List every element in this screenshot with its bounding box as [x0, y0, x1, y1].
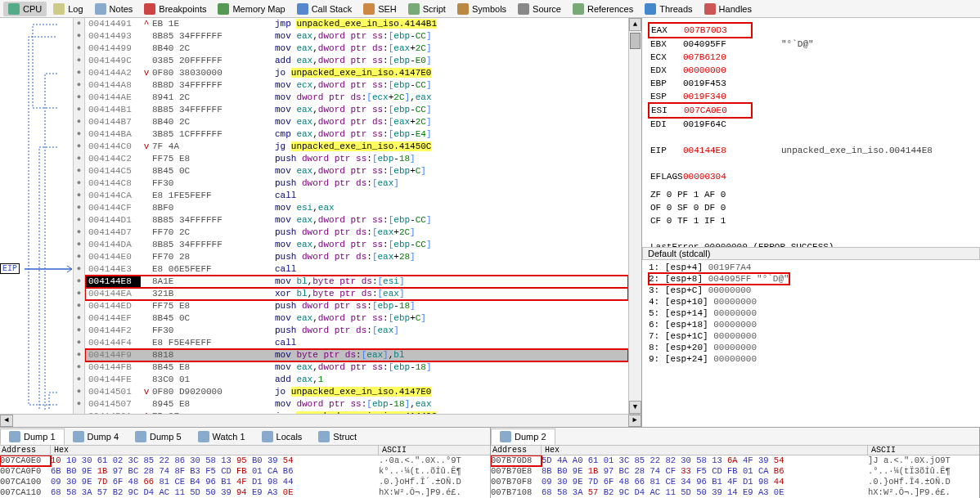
bp-dot[interactable]: ●	[74, 325, 84, 337]
dump-row[interactable]: 007CA100 09 30 9E 7D 6F 48 66 81 CE B4 9…	[0, 477, 490, 487]
reg-ebx[interactable]: EBX004095FF"°`D@"	[650, 38, 972, 51]
bp-dot[interactable]: ●	[74, 202, 84, 214]
stack-row[interactable]: 7: [esp+1C] 00000000	[649, 330, 973, 342]
disasm-line[interactable]: 00414501v0F80 D9020000jo unpacked_exe_in…	[85, 386, 628, 398]
tab-dump-1[interactable]: Dump 1	[0, 428, 65, 445]
disasm-line[interactable]: 0041450A^EB 87jmp unpacked_exe_in_iso.41…	[85, 411, 628, 414]
scroll-up-arrow[interactable]: ▲	[629, 18, 641, 31]
breakpoint-gutter[interactable]: ●●●●●●●●●●●●●●●●●●●●●●●●●●●●●●●●●●	[74, 18, 85, 414]
bp-dot[interactable]: ●	[74, 337, 84, 349]
bp-dot[interactable]: ●	[74, 263, 84, 276]
dump-row[interactable]: 007B70E8 8B B0 9E 1B 97 BC 28 74 CF 33 F…	[491, 466, 979, 477]
bp-dot[interactable]: ●	[74, 79, 84, 92]
dump-row[interactable]: 007B70F8 09 30 9E 7D 6F 48 66 81 CE 34 9…	[491, 477, 979, 487]
reg-ebp[interactable]: EBP0019F453	[650, 77, 972, 90]
dump-row[interactable]: 007CA0F0 6B B0 9E 1B 97 BC 28 74 8F B3 F…	[0, 466, 490, 477]
bp-dot[interactable]: ●	[74, 67, 84, 79]
disasm-line[interactable]: 004144B78B40 2Cmov eax,dword ptr ds:[eax…	[85, 116, 628, 128]
tab-locals[interactable]: Locals	[254, 429, 311, 444]
disasm-line[interactable]: 004144C0v7F 4Ajg unpacked_exe_in_iso.414…	[85, 141, 628, 153]
bp-dot[interactable]: ●	[74, 141, 84, 153]
bp-dot[interactable]: ●	[74, 18, 84, 30]
toolbar-handles[interactable]: Handles	[699, 2, 757, 16]
stack-row[interactable]: 1: [esp+4] 0019F7A4	[649, 262, 973, 273]
toolbar-cpu[interactable]: CPU	[3, 2, 47, 16]
disasm-line[interactable]: 004144AE8941 2Cmov dword ptr ds:[ecx+2C]…	[85, 92, 628, 104]
disasm-line[interactable]: 004144C2FF75 E8push dword ptr ss:[ebp-18…	[85, 153, 628, 165]
bp-dot[interactable]: ●	[74, 386, 84, 398]
reg-eip[interactable]: EIP004144E8unpacked_exe_in_iso.004144E8	[650, 144, 972, 157]
disasm-line[interactable]: 0041449C0385 20FFFFFFadd eax,dword ptr s…	[85, 55, 628, 67]
col-address[interactable]: Address	[491, 446, 542, 455]
toolbar-symbols[interactable]: Symbols	[452, 2, 511, 16]
tab-dump-4[interactable]: Dump 4	[65, 429, 128, 444]
disasm-line[interactable]: 004144E88A1Emov bl,byte ptr ds:[esi]	[85, 276, 628, 288]
bp-dot[interactable]: ●	[74, 251, 84, 263]
scroll-down-arrow[interactable]: ▼	[629, 401, 641, 414]
disasm-line[interactable]: 004144D18B85 34FFFFFFmov eax,dword ptr s…	[85, 214, 628, 227]
disasm-hscrollbar[interactable]: ◄ ►	[0, 414, 641, 427]
toolbar-references[interactable]: References	[568, 2, 638, 16]
disasm-line[interactable]: 004144A2v0F80 38030000jo unpacked_exe_in…	[85, 67, 628, 79]
bp-dot[interactable]: ●	[74, 165, 84, 177]
disasm-line[interactable]: 004144F2FF30push dword ptr ds:[eax]	[85, 325, 628, 337]
reg-edi[interactable]: EDI0019F64C	[650, 118, 972, 131]
disasm-line[interactable]: 004144C8FF30push dword ptr ds:[eax]	[85, 177, 628, 190]
reg-esp[interactable]: ESP0019F340	[650, 90, 972, 103]
disasm-line[interactable]: 00414491^EB 1Ejmp unpacked_exe_in_iso.41…	[85, 18, 628, 30]
bp-dot[interactable]: ●	[74, 92, 84, 104]
tab-dump-2[interactable]: Dump 2	[491, 428, 555, 445]
stack-row[interactable]: 2: [esp+8] 004095FF "°`D@"	[649, 273, 973, 285]
bp-dot[interactable]: ●	[74, 288, 84, 300]
dump-row[interactable]: 007B70D8 5D 4A A0 61 01 3C 85 22 82 30 5…	[491, 455, 979, 466]
scroll-right-arrow[interactable]: ►	[628, 415, 641, 427]
disasm-line[interactable]: 004145078945 E8mov dword ptr ss:[ebp-18]…	[85, 398, 628, 411]
col-address[interactable]: Address	[0, 446, 51, 455]
disasm-line[interactable]: 004144998B40 2Cmov eax,dword ptr ds:[eax…	[85, 43, 628, 55]
disasm-line[interactable]: 004144D7FF70 2Cpush dword ptr ds:[eax+2C…	[85, 227, 628, 239]
stack-panel[interactable]: 1: [esp+4] 0019F7A42: [esp+8] 004095FF "…	[642, 260, 980, 427]
toolbar-log[interactable]: Log	[48, 2, 88, 16]
disasm-line[interactable]: 004144EDFF75 E8push dword ptr ss:[ebp-18…	[85, 300, 628, 312]
toolbar-breakpoints[interactable]: Breakpoints	[139, 2, 211, 16]
disasm-line[interactable]: 004144F98818mov byte ptr ds:[eax],bl	[85, 349, 628, 361]
bp-dot[interactable]: ●	[74, 398, 84, 411]
bp-dot[interactable]: ●	[74, 276, 84, 288]
disasm-line[interactable]: 004144CF8BF0mov esi,eax	[85, 202, 628, 214]
toolbar-memory-map[interactable]: Memory Map	[213, 2, 290, 16]
bp-dot[interactable]: ●	[74, 128, 84, 141]
bp-dot[interactable]: ●	[74, 190, 84, 202]
disasm-vscrollbar[interactable]: ▲ ▼	[628, 18, 641, 414]
toolbar-seh[interactable]: SEH	[358, 2, 402, 16]
col-ascii[interactable]: ASCII	[868, 446, 979, 455]
bp-dot[interactable]: ●	[74, 153, 84, 165]
disasm-line[interactable]: 004144CAE8 1FE5FEFFcall	[85, 190, 628, 202]
disasm-line[interactable]: 004144BA3B85 1CFFFFFFcmp eax,dword ptr s…	[85, 128, 628, 141]
stack-row[interactable]: 6: [esp+18] 00000000	[649, 319, 973, 330]
bp-dot[interactable]: ●	[74, 116, 84, 128]
dump-body-left[interactable]: 007CA0E0 10 10 30 61 02 3C 85 22 86 30 5…	[0, 455, 490, 498]
bp-dot[interactable]: ●	[74, 374, 84, 386]
bp-dot[interactable]: ●	[74, 361, 84, 374]
toolbar-script[interactable]: Script	[403, 2, 451, 16]
bp-dot[interactable]: ●	[74, 349, 84, 361]
toolbar-notes[interactable]: Notes	[90, 2, 138, 16]
toolbar-threads[interactable]: Threads	[640, 2, 697, 16]
disasm-line[interactable]: 004144938B85 34FFFFFFmov eax,dword ptr s…	[85, 30, 628, 43]
disasm-line[interactable]: 004144EF8B45 0Cmov eax,dword ptr ss:[ebp…	[85, 312, 628, 325]
dump-row[interactable]: 007CA0E0 10 10 30 61 02 3C 85 22 86 30 5…	[0, 455, 490, 466]
toolbar-call-stack[interactable]: Call Stack	[292, 2, 357, 16]
stack-row[interactable]: 9: [esp+24] 00000000	[649, 353, 973, 365]
bp-dot[interactable]: ●	[74, 30, 84, 43]
disasm-line[interactable]: 004144FB8B45 E8mov eax,dword ptr ss:[ebp…	[85, 361, 628, 374]
dump-body-right[interactable]: 007B70D8 5D 4A A0 61 01 3C 85 22 82 30 5…	[491, 455, 979, 498]
dump-row[interactable]: 007B7108 68 58 3A 57 B2 9C D4 AC 11 5D 5…	[491, 487, 979, 498]
disasm-line[interactable]: 004144A88B8D 34FFFFFFmov ecx,dword ptr s…	[85, 79, 628, 92]
disasm-line[interactable]: 004144E3E8 06E5FEFFcall	[85, 263, 628, 276]
dump-row[interactable]: 007CA110 68 58 3A 57 B2 9C D4 AC 11 5D 5…	[0, 487, 490, 498]
scroll-left-arrow[interactable]: ◄	[0, 415, 13, 427]
bp-dot[interactable]: ●	[74, 104, 84, 116]
bp-dot[interactable]: ●	[74, 177, 84, 190]
reg-eax[interactable]: EAX007B70D3	[650, 23, 972, 38]
bp-dot[interactable]: ●	[74, 300, 84, 312]
